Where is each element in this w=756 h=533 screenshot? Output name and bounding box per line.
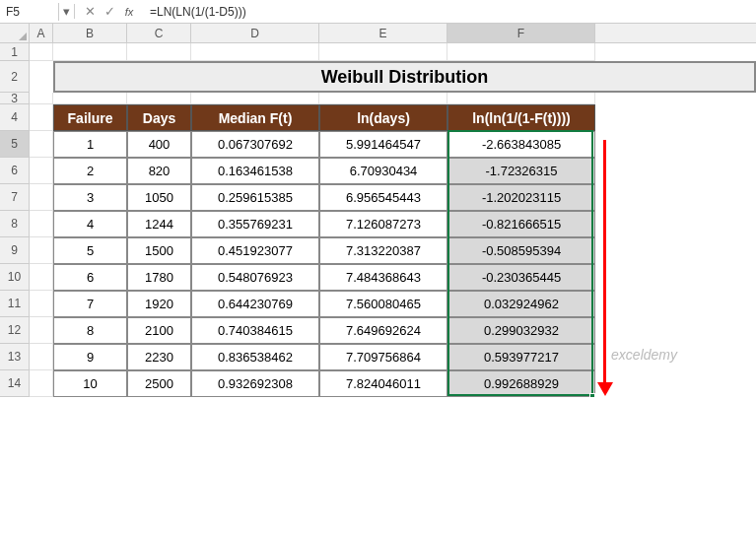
cell-lnln[interactable]: 0.032924962: [447, 291, 595, 317]
cell-lndays[interactable]: 6.70930434: [319, 158, 447, 184]
cell-median[interactable]: 0.259615385: [191, 184, 319, 211]
cell-failure[interactable]: 1: [53, 131, 127, 158]
cell-failure[interactable]: 6: [53, 264, 127, 291]
cell-days[interactable]: 1244: [127, 211, 191, 237]
cell-days[interactable]: 2230: [127, 344, 191, 370]
row-header-14[interactable]: 14: [0, 370, 30, 397]
cell-A6[interactable]: [30, 158, 53, 184]
col-header-D[interactable]: D: [191, 24, 319, 42]
cell-A1[interactable]: [30, 43, 53, 61]
cancel-icon[interactable]: ✕: [81, 3, 99, 21]
formula-input[interactable]: =LN(LN(1/(1-D5))): [144, 3, 756, 21]
cell-lndays[interactable]: 7.709756864: [319, 344, 447, 370]
cell-E1[interactable]: [319, 43, 447, 61]
cell-B1[interactable]: [53, 43, 127, 61]
name-box-dropdown-icon[interactable]: ▾: [59, 4, 75, 19]
header-lnln[interactable]: ln(ln(1/(1-F(t)))): [447, 104, 595, 131]
row-header-8[interactable]: 8: [0, 211, 30, 237]
title-cell[interactable]: Weibull Distribution: [53, 61, 756, 93]
cell-days[interactable]: 1050: [127, 184, 191, 211]
cell-lnln[interactable]: -2.663843085: [447, 131, 595, 158]
cell-median[interactable]: 0.451923077: [191, 237, 319, 264]
cell-A4[interactable]: [30, 104, 53, 131]
cell-failure[interactable]: 3: [53, 184, 127, 211]
cell-lnln[interactable]: 0.992688929: [447, 370, 595, 397]
cell-lndays[interactable]: 7.313220387: [319, 237, 447, 264]
enter-icon[interactable]: ✓: [101, 3, 118, 21]
cell-days[interactable]: 820: [127, 158, 191, 184]
row-header-2[interactable]: 2: [0, 61, 30, 93]
cell-A12[interactable]: [30, 317, 53, 344]
cell-lndays[interactable]: 7.649692624: [319, 317, 447, 344]
cell-days[interactable]: 2100: [127, 317, 191, 344]
cell-days[interactable]: 400: [127, 131, 191, 158]
cell-median[interactable]: 0.355769231: [191, 211, 319, 237]
cells-area[interactable]: Weibull Distribution Failure Days Median…: [30, 43, 756, 397]
cell-A8[interactable]: [30, 211, 53, 237]
row-header-4[interactable]: 4: [0, 104, 30, 131]
cell-median[interactable]: 0.548076923: [191, 264, 319, 291]
cell-lndays[interactable]: 7.484368643: [319, 264, 447, 291]
fill-handle[interactable]: [589, 393, 595, 397]
cell-E3[interactable]: [319, 93, 447, 104]
header-days[interactable]: Days: [127, 104, 191, 131]
col-header-C[interactable]: C: [127, 24, 191, 42]
cell-B3[interactable]: [53, 93, 127, 104]
cell-failure[interactable]: 5: [53, 237, 127, 264]
cell-days[interactable]: 2500: [127, 370, 191, 397]
cell-median[interactable]: 0.740384615: [191, 317, 319, 344]
cell-lndays[interactable]: 7.560080465: [319, 291, 447, 317]
cell-A10[interactable]: [30, 264, 53, 291]
cell-D3[interactable]: [191, 93, 319, 104]
row-header-12[interactable]: 12: [0, 317, 30, 344]
header-failure[interactable]: Failure: [53, 104, 127, 131]
cell-lndays[interactable]: 5.991464547: [319, 131, 447, 158]
row-header-1[interactable]: 1: [0, 43, 30, 61]
row-header-10[interactable]: 10: [0, 264, 30, 291]
row-header-6[interactable]: 6: [0, 158, 30, 184]
cell-failure[interactable]: 7: [53, 291, 127, 317]
cell-median[interactable]: 0.644230769: [191, 291, 319, 317]
cell-C3[interactable]: [127, 93, 191, 104]
cell-lndays[interactable]: 6.956545443: [319, 184, 447, 211]
cell-failure[interactable]: 8: [53, 317, 127, 344]
fx-icon[interactable]: fx: [120, 3, 138, 21]
row-header-5[interactable]: 5: [0, 131, 30, 158]
cell-A11[interactable]: [30, 291, 53, 317]
cell-median[interactable]: 0.932692308: [191, 370, 319, 397]
cell-days[interactable]: 1500: [127, 237, 191, 264]
cell-lnln[interactable]: -0.230365445: [447, 264, 595, 291]
name-box[interactable]: F5: [0, 3, 59, 21]
cell-lnln[interactable]: 0.593977217: [447, 344, 595, 370]
cell-A13[interactable]: [30, 344, 53, 370]
cell-A14[interactable]: [30, 370, 53, 397]
cell-lnln[interactable]: -0.821666515: [447, 211, 595, 237]
cell-C1[interactable]: [127, 43, 191, 61]
cell-failure[interactable]: 4: [53, 211, 127, 237]
row-header-11[interactable]: 11: [0, 291, 30, 317]
col-header-B[interactable]: B: [53, 24, 127, 42]
cell-F3[interactable]: [447, 93, 595, 104]
cell-failure[interactable]: 10: [53, 370, 127, 397]
cell-lndays[interactable]: 7.824046011: [319, 370, 447, 397]
cell-failure[interactable]: 9: [53, 344, 127, 370]
cell-median[interactable]: 0.836538462: [191, 344, 319, 370]
cell-F1[interactable]: [447, 43, 595, 61]
cell-lnln[interactable]: -1.72326315: [447, 158, 595, 184]
col-header-E[interactable]: E: [319, 24, 447, 42]
cell-A7[interactable]: [30, 184, 53, 211]
cell-A5[interactable]: [30, 131, 53, 158]
cell-lndays[interactable]: 7.126087273: [319, 211, 447, 237]
row-header-7[interactable]: 7: [0, 184, 30, 211]
cell-days[interactable]: 1920: [127, 291, 191, 317]
row-header-13[interactable]: 13: [0, 344, 30, 370]
header-median[interactable]: Median F(t): [191, 104, 319, 131]
col-header-A[interactable]: A: [30, 24, 53, 42]
cell-days[interactable]: 1780: [127, 264, 191, 291]
cell-A3[interactable]: [30, 93, 53, 104]
cell-median[interactable]: 0.163461538: [191, 158, 319, 184]
cell-median[interactable]: 0.067307692: [191, 131, 319, 158]
cell-lnln[interactable]: -1.202023115: [447, 184, 595, 211]
cell-lnln[interactable]: 0.299032932: [447, 317, 595, 344]
select-all-corner[interactable]: [0, 24, 30, 43]
